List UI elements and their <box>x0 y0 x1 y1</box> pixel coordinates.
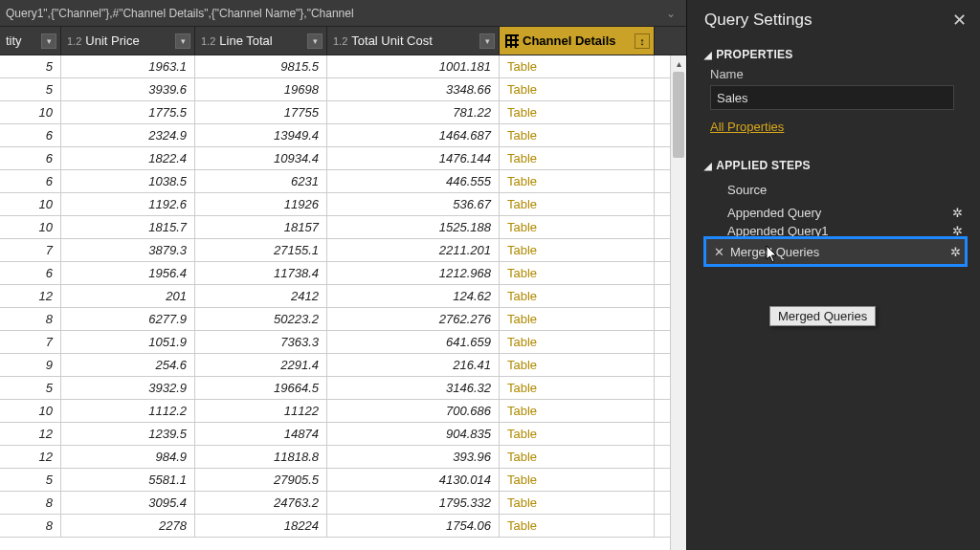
cell-channel-details[interactable]: Table <box>500 377 655 399</box>
table-row[interactable]: 101192.611926536.67Table <box>0 193 686 216</box>
table-row[interactable]: 53932.919664.53146.32Table <box>0 377 686 400</box>
cell-channel-details[interactable]: Table <box>500 354 655 376</box>
table-link[interactable]: Table <box>507 289 537 303</box>
table-row[interactable]: 61956.411738.41212.968Table <box>0 262 686 285</box>
query-name-input[interactable]: Sales <box>710 85 954 110</box>
cell-channel-details[interactable]: Table <box>500 78 655 100</box>
table-row[interactable]: 55581.127905.54130.014Table <box>0 469 686 492</box>
cell-up: 1239.5 <box>61 423 195 445</box>
gear-icon[interactable]: ✲ <box>950 245 961 259</box>
table-row[interactable]: 61038.56231446.555Table <box>0 170 686 193</box>
table-row[interactable]: 62324.913949.41464.687Table <box>0 124 686 147</box>
table-row[interactable]: 101112.211122700.686Table <box>0 400 686 423</box>
table-link[interactable]: Table <box>507 404 537 418</box>
table-row[interactable]: 86277.950223.22762.276Table <box>0 308 686 331</box>
gear-icon[interactable]: ✲ <box>952 206 963 220</box>
column-header-total-unit-cost[interactable]: 1.2 Total Unit Cost ▾ <box>327 27 500 55</box>
table-link[interactable]: Table <box>507 151 537 165</box>
cell-channel-details[interactable]: Table <box>500 331 655 353</box>
applied-steps-section-header[interactable]: ◢ APPLIED STEPS <box>704 159 967 172</box>
delete-step-icon[interactable]: ✕ <box>714 245 724 259</box>
table-link[interactable]: Table <box>507 312 537 326</box>
table-link[interactable]: Table <box>507 335 537 349</box>
cell-qty: 8 <box>0 515 61 537</box>
table-row[interactable]: 51963.19815.51001.181Table <box>0 55 686 78</box>
scroll-up-arrow-icon[interactable]: ▴ <box>671 55 686 72</box>
cell-channel-details[interactable]: Table <box>500 446 655 468</box>
table-link[interactable]: Table <box>507 495 537 510</box>
step-appended-query[interactable]: Appended Query ✲ <box>704 201 967 224</box>
all-properties-link[interactable]: All Properties <box>710 120 784 134</box>
expand-column-icon[interactable]: ↕ <box>635 33 650 49</box>
table-row[interactable]: 101775.517755781.22Table <box>0 101 686 124</box>
table-row[interactable]: 82278182241754.06Table <box>0 515 686 538</box>
table-link[interactable]: Table <box>507 358 537 372</box>
cell-tc: 2211.201 <box>327 239 500 261</box>
cell-channel-details[interactable]: Table <box>500 193 655 215</box>
table-row[interactable]: 61822.410934.41476.144Table <box>0 147 686 170</box>
table-link[interactable]: Table <box>507 220 537 234</box>
table-row[interactable]: 101815.7181571525.188Table <box>0 216 686 239</box>
cell-channel-details[interactable]: Table <box>500 147 655 169</box>
table-row[interactable]: 122012412124.62Table <box>0 285 686 308</box>
table-link[interactable]: Table <box>507 128 537 143</box>
step-source[interactable]: Source <box>704 178 967 201</box>
filter-dropdown-icon[interactable]: ▾ <box>479 33 495 49</box>
cell-channel-details[interactable]: Table <box>500 124 655 146</box>
table-link[interactable]: Table <box>507 82 537 97</box>
filter-dropdown-icon[interactable]: ▾ <box>41 33 56 49</box>
table-row[interactable]: 83095.424763.21795.332Table <box>0 492 686 515</box>
cell-channel-details[interactable]: Table <box>500 170 655 192</box>
formula-bar[interactable]: Query1",{"Channel"},#"Channel Details",{… <box>0 0 686 27</box>
cell-channel-details[interactable]: Table <box>500 469 655 491</box>
column-header-unit-price[interactable]: 1.2 Unit Price ▾ <box>61 27 195 55</box>
table-link[interactable]: Table <box>507 518 537 533</box>
filter-dropdown-icon[interactable]: ▾ <box>307 33 323 49</box>
cell-channel-details[interactable]: Table <box>500 423 655 445</box>
table-link[interactable]: Table <box>507 59 537 74</box>
scroll-thumb[interactable] <box>673 72 684 158</box>
cell-channel-details[interactable]: Table <box>500 308 655 330</box>
table-link[interactable]: Table <box>507 427 537 441</box>
formula-dropdown-icon[interactable]: ⌄ <box>661 7 680 20</box>
data-grid[interactable]: ▴ 51963.19815.51001.181Table53939.619698… <box>0 55 686 550</box>
cell-lt: 11818.8 <box>195 446 327 468</box>
cell-channel-details[interactable]: Table <box>500 101 655 123</box>
properties-section-header[interactable]: ◢ PROPERTIES <box>704 48 967 61</box>
table-link[interactable]: Table <box>507 243 537 257</box>
step-appended-query1[interactable]: Appended Query1 ✲ <box>704 224 967 237</box>
cell-channel-details[interactable]: Table <box>500 285 655 307</box>
cell-qty: 9 <box>0 354 61 376</box>
cell-tc: 4130.014 <box>327 469 500 491</box>
step-merged-queries[interactable]: ✕ Merged Queries ✲ <box>704 237 967 266</box>
table-row[interactable]: 12984.911818.8393.96Table <box>0 446 686 469</box>
table-link[interactable]: Table <box>507 381 537 395</box>
vertical-scrollbar[interactable]: ▴ <box>670 55 686 550</box>
cell-channel-details[interactable]: Table <box>500 55 655 77</box>
cell-channel-details[interactable]: Table <box>500 239 655 261</box>
cell-up: 3932.9 <box>61 377 195 399</box>
cell-channel-details[interactable]: Table <box>500 400 655 422</box>
cell-channel-details[interactable]: Table <box>500 216 655 238</box>
table-link[interactable]: Table <box>507 174 537 188</box>
table-link[interactable]: Table <box>507 105 537 120</box>
column-header-channel-details[interactable]: Channel Details ↕ <box>500 27 655 55</box>
gear-icon[interactable]: ✲ <box>952 224 963 237</box>
table-row[interactable]: 53939.6196983348.66Table <box>0 78 686 101</box>
table-row[interactable]: 121239.514874904.835Table <box>0 423 686 446</box>
table-row[interactable]: 73879.327155.12211.201Table <box>0 239 686 262</box>
table-row[interactable]: 9254.62291.4216.41Table <box>0 354 686 377</box>
cell-lt: 11122 <box>195 400 327 422</box>
table-link[interactable]: Table <box>507 266 537 280</box>
column-header-line-total[interactable]: 1.2 Line Total ▾ <box>195 27 327 55</box>
table-row[interactable]: 71051.97363.3641.659Table <box>0 331 686 354</box>
table-link[interactable]: Table <box>507 473 537 487</box>
filter-dropdown-icon[interactable]: ▾ <box>175 33 190 49</box>
table-link[interactable]: Table <box>507 197 537 211</box>
close-icon[interactable]: ✕ <box>952 10 967 31</box>
cell-channel-details[interactable]: Table <box>500 262 655 284</box>
cell-channel-details[interactable]: Table <box>500 492 655 514</box>
table-link[interactable]: Table <box>507 450 537 464</box>
column-header-quantity[interactable]: tity ▾ <box>0 27 61 55</box>
cell-channel-details[interactable]: Table <box>500 515 655 537</box>
